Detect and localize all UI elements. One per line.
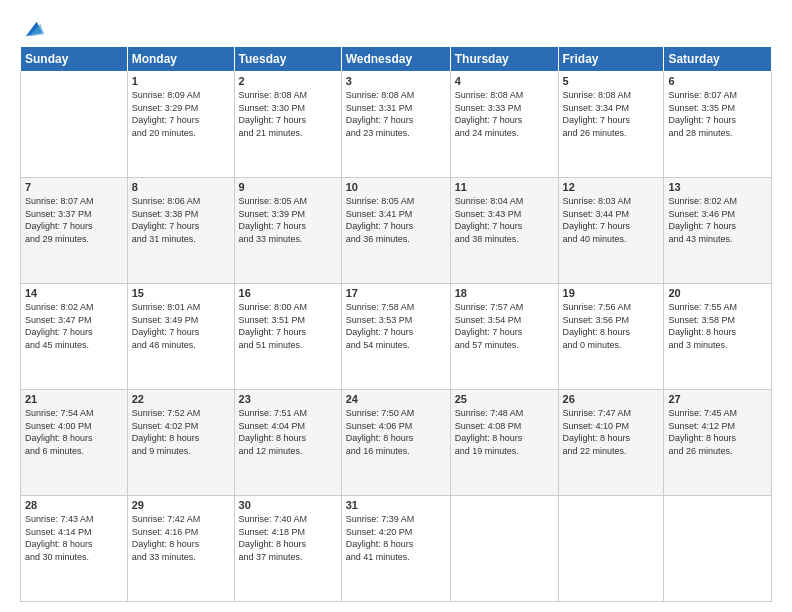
day-info: Sunrise: 7:54 AM Sunset: 4:00 PM Dayligh… xyxy=(25,407,123,457)
calendar-cell: 20Sunrise: 7:55 AM Sunset: 3:58 PM Dayli… xyxy=(664,284,772,390)
calendar-week-row: 21Sunrise: 7:54 AM Sunset: 4:00 PM Dayli… xyxy=(21,390,772,496)
weekday-header-row: SundayMondayTuesdayWednesdayThursdayFrid… xyxy=(21,47,772,72)
day-number: 28 xyxy=(25,499,123,511)
day-number: 11 xyxy=(455,181,554,193)
calendar-cell: 15Sunrise: 8:01 AM Sunset: 3:49 PM Dayli… xyxy=(127,284,234,390)
day-number: 14 xyxy=(25,287,123,299)
day-info: Sunrise: 8:08 AM Sunset: 3:30 PM Dayligh… xyxy=(239,89,337,139)
day-number: 4 xyxy=(455,75,554,87)
weekday-header: Friday xyxy=(558,47,664,72)
calendar-cell: 19Sunrise: 7:56 AM Sunset: 3:56 PM Dayli… xyxy=(558,284,664,390)
day-info: Sunrise: 7:50 AM Sunset: 4:06 PM Dayligh… xyxy=(346,407,446,457)
calendar-week-row: 1Sunrise: 8:09 AM Sunset: 3:29 PM Daylig… xyxy=(21,72,772,178)
day-number: 13 xyxy=(668,181,767,193)
calendar-cell: 23Sunrise: 7:51 AM Sunset: 4:04 PM Dayli… xyxy=(234,390,341,496)
calendar-cell: 29Sunrise: 7:42 AM Sunset: 4:16 PM Dayli… xyxy=(127,496,234,602)
calendar-cell: 4Sunrise: 8:08 AM Sunset: 3:33 PM Daylig… xyxy=(450,72,558,178)
calendar-cell: 14Sunrise: 8:02 AM Sunset: 3:47 PM Dayli… xyxy=(21,284,128,390)
logo-icon xyxy=(22,18,44,40)
calendar-cell: 27Sunrise: 7:45 AM Sunset: 4:12 PM Dayli… xyxy=(664,390,772,496)
calendar-cell: 31Sunrise: 7:39 AM Sunset: 4:20 PM Dayli… xyxy=(341,496,450,602)
day-number: 7 xyxy=(25,181,123,193)
calendar-cell xyxy=(21,72,128,178)
day-number: 16 xyxy=(239,287,337,299)
calendar-cell xyxy=(450,496,558,602)
calendar-cell: 12Sunrise: 8:03 AM Sunset: 3:44 PM Dayli… xyxy=(558,178,664,284)
day-number: 20 xyxy=(668,287,767,299)
day-info: Sunrise: 7:55 AM Sunset: 3:58 PM Dayligh… xyxy=(668,301,767,351)
day-info: Sunrise: 8:08 AM Sunset: 3:34 PM Dayligh… xyxy=(563,89,660,139)
day-number: 23 xyxy=(239,393,337,405)
calendar-cell: 24Sunrise: 7:50 AM Sunset: 4:06 PM Dayli… xyxy=(341,390,450,496)
logo-text xyxy=(20,18,44,40)
weekday-header: Tuesday xyxy=(234,47,341,72)
header xyxy=(20,18,772,36)
day-number: 8 xyxy=(132,181,230,193)
day-number: 29 xyxy=(132,499,230,511)
weekday-header: Monday xyxy=(127,47,234,72)
calendar-cell: 18Sunrise: 7:57 AM Sunset: 3:54 PM Dayli… xyxy=(450,284,558,390)
day-number: 6 xyxy=(668,75,767,87)
day-number: 1 xyxy=(132,75,230,87)
day-number: 21 xyxy=(25,393,123,405)
calendar-cell: 21Sunrise: 7:54 AM Sunset: 4:00 PM Dayli… xyxy=(21,390,128,496)
calendar-cell: 13Sunrise: 8:02 AM Sunset: 3:46 PM Dayli… xyxy=(664,178,772,284)
calendar: SundayMondayTuesdayWednesdayThursdayFrid… xyxy=(20,46,772,602)
calendar-cell: 16Sunrise: 8:00 AM Sunset: 3:51 PM Dayli… xyxy=(234,284,341,390)
day-info: Sunrise: 7:48 AM Sunset: 4:08 PM Dayligh… xyxy=(455,407,554,457)
day-number: 15 xyxy=(132,287,230,299)
calendar-cell: 2Sunrise: 8:08 AM Sunset: 3:30 PM Daylig… xyxy=(234,72,341,178)
day-info: Sunrise: 8:05 AM Sunset: 3:41 PM Dayligh… xyxy=(346,195,446,245)
calendar-cell: 3Sunrise: 8:08 AM Sunset: 3:31 PM Daylig… xyxy=(341,72,450,178)
day-info: Sunrise: 7:57 AM Sunset: 3:54 PM Dayligh… xyxy=(455,301,554,351)
weekday-header: Sunday xyxy=(21,47,128,72)
day-info: Sunrise: 7:56 AM Sunset: 3:56 PM Dayligh… xyxy=(563,301,660,351)
calendar-cell: 11Sunrise: 8:04 AM Sunset: 3:43 PM Dayli… xyxy=(450,178,558,284)
calendar-cell: 26Sunrise: 7:47 AM Sunset: 4:10 PM Dayli… xyxy=(558,390,664,496)
day-info: Sunrise: 8:03 AM Sunset: 3:44 PM Dayligh… xyxy=(563,195,660,245)
day-number: 17 xyxy=(346,287,446,299)
calendar-week-row: 7Sunrise: 8:07 AM Sunset: 3:37 PM Daylig… xyxy=(21,178,772,284)
weekday-header: Wednesday xyxy=(341,47,450,72)
day-info: Sunrise: 8:07 AM Sunset: 3:35 PM Dayligh… xyxy=(668,89,767,139)
day-number: 22 xyxy=(132,393,230,405)
calendar-week-row: 28Sunrise: 7:43 AM Sunset: 4:14 PM Dayli… xyxy=(21,496,772,602)
day-info: Sunrise: 7:47 AM Sunset: 4:10 PM Dayligh… xyxy=(563,407,660,457)
logo xyxy=(20,18,44,36)
calendar-cell: 22Sunrise: 7:52 AM Sunset: 4:02 PM Dayli… xyxy=(127,390,234,496)
calendar-cell: 6Sunrise: 8:07 AM Sunset: 3:35 PM Daylig… xyxy=(664,72,772,178)
day-info: Sunrise: 8:02 AM Sunset: 3:46 PM Dayligh… xyxy=(668,195,767,245)
calendar-cell: 28Sunrise: 7:43 AM Sunset: 4:14 PM Dayli… xyxy=(21,496,128,602)
calendar-cell: 17Sunrise: 7:58 AM Sunset: 3:53 PM Dayli… xyxy=(341,284,450,390)
day-info: Sunrise: 8:00 AM Sunset: 3:51 PM Dayligh… xyxy=(239,301,337,351)
page: SundayMondayTuesdayWednesdayThursdayFrid… xyxy=(0,0,792,612)
weekday-header: Saturday xyxy=(664,47,772,72)
calendar-cell: 10Sunrise: 8:05 AM Sunset: 3:41 PM Dayli… xyxy=(341,178,450,284)
day-number: 3 xyxy=(346,75,446,87)
day-info: Sunrise: 8:08 AM Sunset: 3:33 PM Dayligh… xyxy=(455,89,554,139)
day-number: 27 xyxy=(668,393,767,405)
calendar-cell xyxy=(664,496,772,602)
day-info: Sunrise: 8:06 AM Sunset: 3:38 PM Dayligh… xyxy=(132,195,230,245)
day-number: 2 xyxy=(239,75,337,87)
day-number: 12 xyxy=(563,181,660,193)
calendar-cell: 7Sunrise: 8:07 AM Sunset: 3:37 PM Daylig… xyxy=(21,178,128,284)
day-number: 30 xyxy=(239,499,337,511)
calendar-cell: 30Sunrise: 7:40 AM Sunset: 4:18 PM Dayli… xyxy=(234,496,341,602)
day-number: 10 xyxy=(346,181,446,193)
day-info: Sunrise: 7:43 AM Sunset: 4:14 PM Dayligh… xyxy=(25,513,123,563)
day-number: 5 xyxy=(563,75,660,87)
day-info: Sunrise: 7:52 AM Sunset: 4:02 PM Dayligh… xyxy=(132,407,230,457)
calendar-cell: 5Sunrise: 8:08 AM Sunset: 3:34 PM Daylig… xyxy=(558,72,664,178)
calendar-cell: 9Sunrise: 8:05 AM Sunset: 3:39 PM Daylig… xyxy=(234,178,341,284)
calendar-cell xyxy=(558,496,664,602)
day-info: Sunrise: 8:02 AM Sunset: 3:47 PM Dayligh… xyxy=(25,301,123,351)
day-number: 31 xyxy=(346,499,446,511)
day-number: 26 xyxy=(563,393,660,405)
day-number: 19 xyxy=(563,287,660,299)
calendar-cell: 8Sunrise: 8:06 AM Sunset: 3:38 PM Daylig… xyxy=(127,178,234,284)
day-info: Sunrise: 8:04 AM Sunset: 3:43 PM Dayligh… xyxy=(455,195,554,245)
day-info: Sunrise: 7:45 AM Sunset: 4:12 PM Dayligh… xyxy=(668,407,767,457)
weekday-header: Thursday xyxy=(450,47,558,72)
calendar-cell: 25Sunrise: 7:48 AM Sunset: 4:08 PM Dayli… xyxy=(450,390,558,496)
